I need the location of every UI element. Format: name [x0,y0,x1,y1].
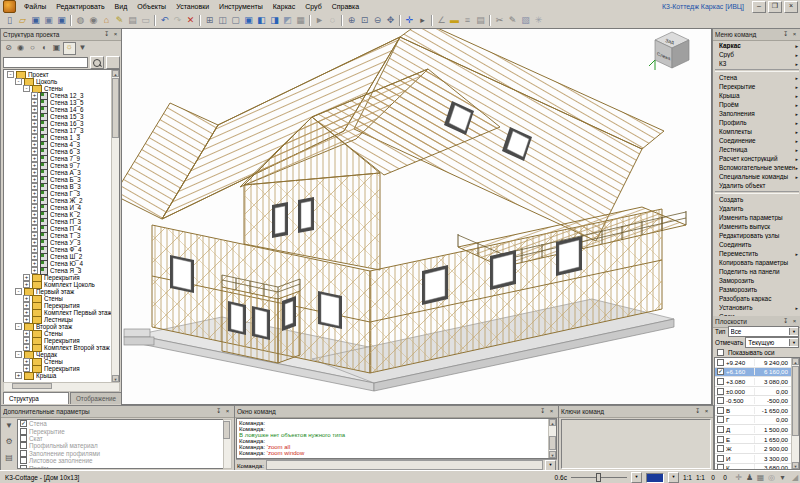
plane-checkbox[interactable] [717,464,724,469]
settings-icon[interactable]: ⚙ [4,436,15,447]
zoom-window-icon[interactable]: ⊡ [358,14,371,27]
menu-item[interactable]: Поделить на панели [713,267,800,276]
planes-scrollbar[interactable]: ▲ ▼ [791,358,799,469]
tree-node[interactable]: +Стена 15_3 [5,113,111,120]
scroll-up-icon[interactable]: ▲ [112,70,119,77]
expand-icon[interactable]: + [23,337,30,344]
menubar-item[interactable]: Каркас [268,0,300,13]
expand-icon[interactable]: + [31,253,38,260]
plane-checkbox[interactable] [717,388,724,395]
menubar-item[interactable]: Объекты [132,0,171,13]
menu-item[interactable]: Установить▸ [713,303,800,312]
snap-point-icon[interactable]: ✛ [403,14,416,27]
new-file-icon[interactable]: ▯ [3,14,16,27]
tree-node[interactable]: +Перекрытия [5,365,111,372]
pen-icon[interactable]: ✎ [506,14,519,27]
save-icon[interactable]: ▣ [29,14,42,27]
close-icon[interactable]: × [547,407,556,416]
tree-node[interactable]: +Стена В_3 [5,183,111,190]
transparent-icon[interactable]: ◐ [39,43,50,54]
tree-node[interactable]: +Лестницы [5,316,111,323]
open-folder-icon[interactable]: ▱ [16,14,29,27]
tree-node[interactable]: +Стена 17_3 [5,127,111,134]
viewports-icon[interactable]: ◫ [216,14,229,27]
tree-node[interactable]: +Стена Б_3 [5,176,111,183]
collapse-icon[interactable]: - [7,71,14,78]
collapse-icon[interactable]: - [15,323,22,330]
pin-icon[interactable]: ↧ [538,407,547,416]
snap-mode-icon[interactable]: ◎ [766,472,777,483]
collapse-icon[interactable]: - [15,351,22,358]
menu-item[interactable]: Соединить [713,240,800,249]
expand-icon[interactable]: + [31,197,38,204]
plane-row[interactable]: ±0.0000,00 [715,387,791,397]
tab-display[interactable]: Отображение [70,392,122,404]
cube-front-icon[interactable]: ◧ [255,14,268,27]
parameter-checkbox[interactable] [20,435,27,442]
orientation-cube[interactable]: Зад Слева [647,30,697,74]
zoom-in-icon[interactable]: ⊕ [345,14,358,27]
collapse-icon[interactable]: - [15,288,22,295]
minimize-button[interactable]: – [752,1,766,13]
expand-icon[interactable]: + [31,141,38,148]
close-icon[interactable]: × [111,30,120,39]
menu-item[interactable]: Перекрытие▸ [713,82,800,91]
status-menu-icon[interactable]: ▾ [777,472,788,483]
scroll-up-icon[interactable]: ▲ [792,358,799,365]
tree-node[interactable]: +Стена 6_3 [5,148,111,155]
scroll-up-icon[interactable]: ▲ [549,419,556,426]
plane-row[interactable]: Г0,00 [715,416,791,426]
menubar-item[interactable]: Справка [327,0,364,13]
scrollbar-thumb[interactable] [223,421,230,439]
tree-node[interactable]: -Стены [5,85,111,92]
tree-node[interactable]: +Стена Ж_2 [5,197,111,204]
frame-icon[interactable]: ▭ [139,14,152,27]
parameter-checkbox[interactable] [20,465,27,469]
delete-icon[interactable]: ✕ [184,14,197,27]
find-object-icon[interactable]: ◉ [87,14,100,27]
tree-node[interactable]: +Стена К_2 [5,211,111,218]
parameter-item[interactable]: ✓Стена [18,420,223,427]
viewport-grid-icon[interactable]: ⊞ [203,14,216,27]
expand-icon[interactable]: + [31,92,38,99]
model-viewport[interactable]: Зад Слева [121,28,712,405]
tree-node[interactable]: +Стена 13_5 [5,99,111,106]
tree-node[interactable]: +Стена Ш_2 [5,253,111,260]
menu-item[interactable]: Разморозить [713,285,800,294]
expand-icon[interactable]: + [23,309,30,316]
plane-row[interactable]: -0.500-500,00 [715,396,791,406]
scrollbar-thumb[interactable] [549,436,556,450]
save-all-icon[interactable]: ▣ [55,14,68,27]
tree-node[interactable]: +Стена 1_3 [5,134,111,141]
edit-sketch-icon[interactable]: ✎ [113,14,126,27]
tree-scrollbar[interactable]: ▲ ▼ [111,70,119,382]
dropdown-icon[interactable]: ▼ [789,339,798,346]
menu-item[interactable]: Специальные команды▸ [713,172,800,181]
menubar-item[interactable]: Инструменты [214,0,268,13]
cut-icon[interactable]: ✂ [493,14,506,27]
menubar-item[interactable]: Сруб [300,0,326,13]
tree-node[interactable]: +Комплект Первый этаж [5,309,111,316]
expand-icon[interactable]: + [31,113,38,120]
props-icon[interactable]: ▧ [519,14,532,27]
tree-node[interactable]: +Перекрытия [5,274,111,281]
menu-item[interactable]: Удалить [713,204,800,213]
tree-node[interactable]: +Стена Ф_4 [5,246,111,253]
parameter-checkbox[interactable]: ✓ [20,420,27,427]
tree-node[interactable]: +Перекрытия [5,302,111,309]
plane-checkbox[interactable] [717,359,724,366]
tree-node[interactable]: +Стена Ю_4 [5,260,111,267]
plane-row[interactable]: В-1 650,00 [715,406,791,416]
pick-icon[interactable]: ► [313,14,326,27]
menu-item[interactable]: Сруб▸ [713,50,800,59]
menu-item[interactable]: Соединение▸ [713,136,800,145]
menu-item[interactable]: Изменить параметры [713,213,800,222]
parameter-item[interactable]: Заполнение профилями [18,450,223,457]
material-icon[interactable]: ▬ [448,14,461,27]
expand-icon[interactable]: + [31,176,38,183]
expand-icon[interactable]: + [31,169,38,176]
parameter-checkbox[interactable] [20,442,27,449]
plane-row[interactable]: +3.0803 080,00 [715,377,791,387]
plane-row[interactable]: +9.2409 240,00 [715,358,791,368]
undo-icon[interactable]: ↶ [158,14,171,27]
